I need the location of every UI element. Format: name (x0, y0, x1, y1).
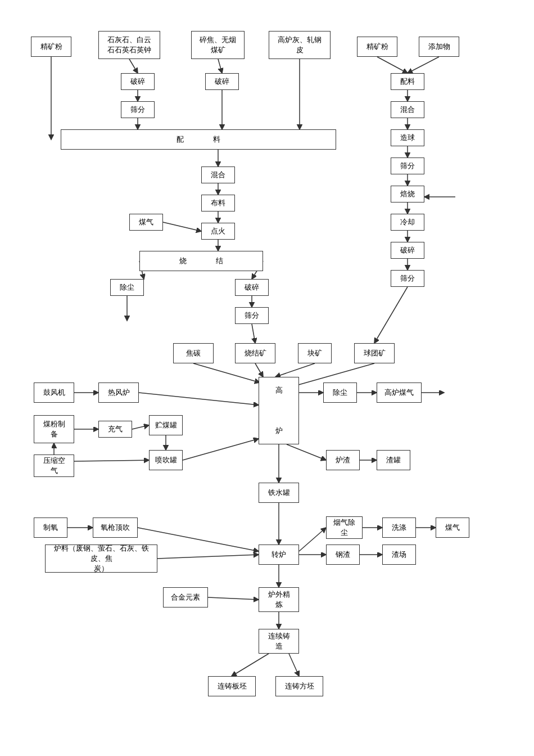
pojiao: 碎焦、无烟 煤矿 (191, 31, 245, 59)
svg-line-22 (163, 222, 201, 231)
hunhe: 混合 (201, 166, 235, 183)
lenqueR: 冷却 (391, 214, 424, 231)
chuchen2: 除尘 (323, 382, 357, 403)
dianhuo: 点火 (201, 223, 235, 240)
svg-line-18 (374, 287, 408, 343)
yasuoKongqi: 压缩空 气 (34, 454, 74, 477)
zaoquR: 造球 (391, 129, 424, 146)
posui3: 破碎 (391, 242, 424, 259)
svg-line-51 (299, 528, 326, 551)
shaojie: 烧 结 (139, 251, 263, 271)
gufengji: 鼓风机 (34, 382, 74, 403)
posui4: 破碎 (235, 279, 269, 296)
refenglu: 热风炉 (98, 382, 139, 403)
posui2: 破碎 (205, 73, 239, 90)
svg-line-29 (193, 363, 260, 382)
gangzha: 钢渣 (326, 544, 360, 565)
svg-line-41 (74, 460, 149, 461)
shaifen1: 筛分 (121, 101, 155, 118)
svg-line-31 (275, 363, 315, 377)
svg-line-34 (139, 393, 259, 405)
lianxuZhuzao: 连续铸 造 (259, 629, 299, 654)
svg-line-6 (218, 59, 222, 73)
peiliaoR: 配料 (391, 73, 424, 90)
buliao: 布料 (201, 195, 235, 212)
zhiyang: 制氧 (34, 518, 67, 538)
hejin: 合金元素 (163, 587, 208, 608)
svg-line-44 (287, 444, 326, 460)
qiutuankuang: 球团矿 (354, 343, 395, 363)
shaoshuR: 焙烧 (391, 186, 424, 202)
penchui: 喷吹罐 (149, 450, 183, 470)
svg-line-43 (183, 439, 259, 460)
svg-line-30 (255, 363, 263, 377)
jingkufen1: 精矿粉 (31, 37, 71, 57)
svg-line-59 (232, 654, 269, 676)
svg-line-28 (252, 324, 255, 343)
posui1: 破碎 (121, 73, 155, 90)
jiaotanL: 焦碳 (173, 343, 214, 363)
luliaoLabel: 炉料（废钢、萤石、石灰、铁皮、焦 炭） (45, 544, 157, 573)
shaifen4: 筛分 (235, 307, 269, 324)
shihui: 石灰石、白云 石石英石英钟 (98, 31, 160, 59)
svg-line-39 (132, 425, 149, 429)
lianZhuBanPi: 连铸板坯 (208, 676, 256, 696)
meifenZhiBei: 煤粉制 备 (34, 415, 74, 443)
shaojieL: 烧结矿 (235, 343, 275, 363)
chuchen1: 除尘 (110, 279, 144, 296)
yangqiang: 氧枪顶吹 (93, 518, 138, 538)
zhachang: 渣场 (382, 544, 416, 565)
peiliaoMain: 配 料 (61, 129, 336, 150)
gaolu: 高 炉 (259, 377, 299, 444)
svg-line-3 (129, 59, 138, 73)
tianjia: 添加物 (419, 37, 459, 57)
tieshuiGuan: 铁水罐 (259, 483, 299, 503)
svg-line-60 (289, 654, 299, 676)
zhaGuan: 渣罐 (377, 450, 410, 470)
meiqi1: 煤气 (129, 214, 163, 231)
meiqi2: 煤气 (436, 518, 469, 538)
lianZhuFangPi: 连铸方坯 (275, 676, 323, 696)
peiMeiGuan: 贮煤罐 (149, 415, 183, 435)
svg-line-9 (377, 57, 408, 73)
zhuanlu: 转炉 (259, 544, 299, 565)
xitu: 洗涤 (382, 518, 416, 538)
gaolu_gang: 高炉灰、轧钢 皮 (269, 31, 331, 59)
gaoluMeiqi: 高炉煤气 (377, 382, 422, 403)
svg-line-57 (208, 597, 259, 600)
svg-line-10 (408, 57, 439, 73)
luwaiJinglian: 炉外精 炼 (259, 587, 299, 612)
shaifen3R: 筛分 (391, 270, 424, 287)
jingkufen2: 精矿粉 (357, 37, 397, 57)
hunheR: 混合 (391, 101, 424, 118)
shaifen2R: 筛分 (391, 158, 424, 174)
luzha: 炉渣 (326, 450, 360, 470)
kuaikuang: 块矿 (298, 343, 332, 363)
yanqiChuchen: 烟气除 尘 (326, 516, 363, 539)
chongqi: 充气 (98, 421, 132, 438)
diagram-container: 精矿粉石灰石、白云 石石英石英钟碎焦、无烟 煤矿高炉灰、轧钢 皮精矿粉添加物破碎… (0, 0, 534, 756)
svg-line-50 (157, 555, 259, 559)
